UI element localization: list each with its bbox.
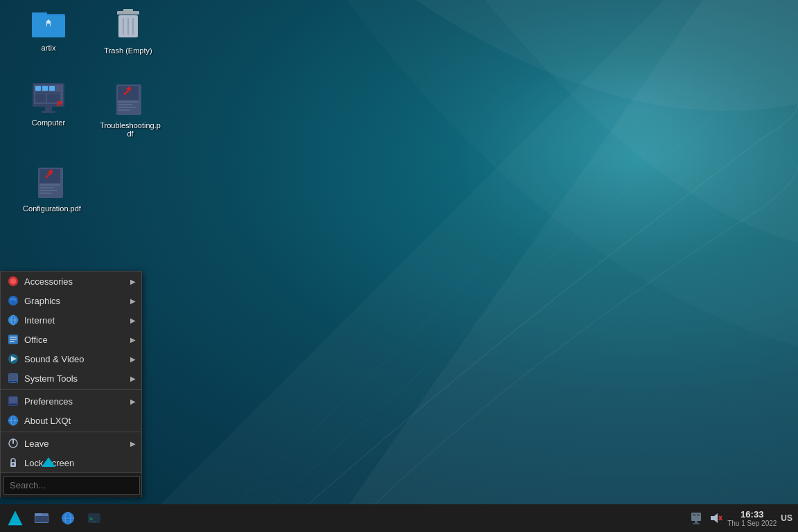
accessories-arrow: ▶ — [130, 278, 136, 285]
search-input[interactable] — [3, 476, 140, 495]
taskbar-browser-button[interactable] — [55, 507, 80, 529]
leave-arrow: ▶ — [130, 440, 136, 447]
desktop-icon-artix[interactable]: artix — [21, 8, 76, 52]
about-label: About LXQt — [24, 416, 136, 426]
artix-start-button[interactable] — [3, 507, 28, 529]
svg-rect-18 — [35, 94, 46, 103]
menu-item-sound-video[interactable]: Sound & Video ▶ — [1, 349, 141, 369]
trash-icon — [114, 8, 142, 44]
icon-label: Computer — [32, 118, 65, 127]
menu-arrow — [42, 457, 55, 470]
svg-rect-51 — [10, 341, 15, 342]
graphics-label: Graphics — [24, 296, 130, 306]
svg-marker-38 — [42, 457, 55, 467]
menu-item-accessories[interactable]: Accessories ▶ — [1, 272, 141, 291]
taskbar: >_ — [0, 504, 798, 532]
menu-item-preferences[interactable]: Preferences ▶ — [1, 391, 141, 411]
svg-rect-55 — [9, 374, 17, 380]
svg-rect-30 — [118, 109, 130, 111]
svg-rect-27 — [118, 101, 139, 103]
graphics-icon — [6, 294, 20, 308]
internet-label: Internet — [24, 315, 130, 326]
svg-point-40 — [10, 278, 16, 284]
pdf-icon-2 — [37, 166, 67, 202]
clock[interactable]: 16:33 Thu 1 Sep 2022 — [727, 509, 777, 528]
svg-rect-80 — [693, 514, 695, 516]
svg-rect-20 — [45, 107, 52, 111]
svg-point-42 — [12, 299, 15, 302]
menu-item-system-tools[interactable]: System Tools ▶ — [1, 369, 141, 388]
svg-rect-5 — [47, 24, 50, 26]
svg-rect-35 — [39, 187, 55, 188]
desktop-icon-configuration[interactable]: Configuration.pdf — [21, 166, 83, 213]
icon-label: artix — [42, 44, 56, 52]
sound-tray-icon[interactable] — [708, 511, 723, 526]
about-icon — [6, 414, 20, 427]
menu-item-leave[interactable]: Leave ▶ — [1, 434, 141, 453]
folder-icon — [32, 8, 65, 42]
sound-video-icon — [6, 352, 20, 366]
menu-separator-1 — [1, 389, 141, 390]
menu-item-internet[interactable]: Internet ▶ — [1, 310, 141, 330]
svg-rect-59 — [9, 397, 17, 403]
svg-rect-81 — [697, 514, 700, 516]
taskbar-runner-button[interactable]: >_ — [82, 507, 107, 529]
clock-time: 16:33 — [741, 509, 763, 520]
taskbar-right: 16:33 Thu 1 Sep 2022 US — [689, 509, 795, 528]
icon-label: Configuration.pdf — [23, 204, 81, 213]
svg-rect-14 — [35, 86, 41, 91]
svg-rect-3 — [32, 12, 47, 15]
graphics-arrow: ▶ — [130, 297, 136, 305]
language-indicator[interactable]: US — [781, 513, 792, 523]
svg-rect-50 — [10, 339, 17, 340]
taskbar-left: >_ — [3, 507, 107, 529]
svg-rect-7 — [123, 9, 133, 12]
svg-rect-16 — [49, 86, 55, 91]
preferences-icon — [6, 394, 20, 408]
office-icon — [6, 332, 20, 346]
sound-video-label: Sound & Video — [24, 354, 130, 364]
svg-point-67 — [12, 463, 15, 466]
svg-rect-60 — [9, 404, 17, 405]
leave-label: Leave — [24, 438, 130, 449]
icon-label: Trash (Empty) — [104, 46, 152, 55]
internet-icon — [6, 313, 20, 327]
svg-rect-15 — [42, 86, 48, 91]
svg-rect-28 — [118, 104, 133, 105]
svg-rect-34 — [39, 184, 60, 186]
system-tools-icon — [6, 371, 20, 385]
pdf-icon — [115, 83, 145, 119]
taskbar-filemanager-button[interactable] — [29, 507, 54, 529]
menu-item-about[interactable]: About LXQt — [1, 411, 141, 430]
icon-label: Troubleshooting.pdf — [99, 121, 161, 138]
svg-rect-70 — [35, 513, 42, 515]
accessories-icon — [6, 274, 20, 288]
menu-item-graphics[interactable]: Graphics ▶ — [1, 291, 141, 310]
desktop: artix Trash (Empty) — [0, 0, 798, 532]
office-arrow: ▶ — [130, 336, 136, 344]
svg-rect-37 — [39, 193, 52, 194]
clock-date: Thu 1 Sep 2022 — [727, 520, 777, 527]
svg-rect-79 — [691, 513, 701, 521]
svg-rect-57 — [11, 382, 15, 382]
preferences-label: Preferences — [24, 396, 130, 407]
svg-rect-21 — [42, 111, 55, 113]
desktop-icon-trash[interactable]: Trash (Empty) — [100, 8, 156, 55]
menu-item-office[interactable]: Office ▶ — [1, 330, 141, 349]
sound-video-arrow: ▶ — [130, 355, 136, 363]
desktop-icon-troubleshooting[interactable]: Troubleshooting.pdf — [99, 83, 161, 138]
desktop-icon-computer[interactable]: Computer — [21, 83, 76, 127]
svg-marker-68 — [8, 511, 22, 525]
system-tools-label: System Tools — [24, 373, 130, 384]
accessories-label: Accessories — [24, 276, 130, 287]
menu-separator-2 — [1, 432, 141, 432]
system-tools-arrow: ▶ — [130, 375, 136, 382]
monitor-icon — [31, 83, 66, 116]
svg-marker-84 — [711, 513, 718, 523]
storage-tray-icon[interactable] — [689, 511, 704, 526]
lock-screen-icon — [6, 456, 20, 470]
svg-rect-29 — [118, 107, 136, 108]
svg-rect-83 — [693, 523, 700, 524]
menu-item-lock-screen[interactable]: Lock Screen — [1, 453, 141, 472]
svg-rect-17 — [35, 92, 60, 94]
